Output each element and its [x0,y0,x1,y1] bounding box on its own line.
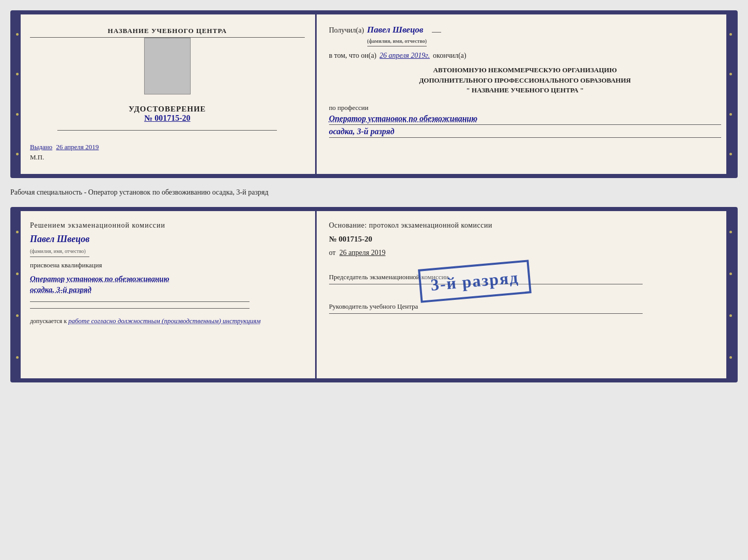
binding-hole [729,113,732,116]
binding-hole [729,231,732,233]
dash-line [432,32,441,33]
person-name-block: Павел Швецов (фамилия, имя, отчество) [30,234,305,257]
qualification-label: присвоена квалификация [30,261,305,269]
page-container: НАЗВАНИЕ УЧЕБНОГО ЦЕНТРА УДОСТОВЕРЕНИЕ №… [10,10,738,382]
vtom-date: 26 апреля 2019г. [380,52,430,60]
po-professii-label: по профессии [329,104,721,112]
signature-line-2 [30,308,250,309]
protocol-number: № 001715-20 [329,235,721,244]
specialty-value: осадка, 3-й разряд [329,127,721,138]
cert-number: № 001715-20 [129,114,206,123]
bottom-right-binding [726,211,735,378]
cert-number-prefix: № [144,114,152,122]
decision-title: Решением экзаменационной комиссии [30,221,305,230]
vtom-label: в том, что он(а) [329,52,377,60]
divider [57,130,277,131]
org-line2: ДОПОЛНИТЕЛЬНОГО ПРОФЕССИОНАЛЬНОГО ОБРАЗО… [329,75,721,86]
org-line1: АВТОНОМНУЮ НЕКОММЕРЧЕСКУЮ ОРГАНИЗАЦИЮ [329,65,721,75]
binding-hole [729,314,732,317]
binding-hole [729,153,732,155]
mp-label: М.П. [30,153,44,162]
received-label: Получил(а) [329,26,364,35]
top-org-name: НАЗВАНИЕ УЧЕБНОГО ЦЕНТРА [30,27,305,38]
stamp: 3-й разряд [418,260,532,302]
received-line: Получил(а) Павел Швецов (фамилия, имя, о… [329,25,721,46]
photo-placeholder [144,38,191,94]
rukovoditel-label: Руководитель учебного Центра [329,302,721,311]
person-name: Павел Швецов (фамилия, имя, отчество) [30,234,89,257]
qualification-value: Оператор установок по обезвоживанию осад… [30,274,305,295]
cert-number-value: 001715-20 [154,114,190,122]
rukovoditel-signature-line [329,313,643,314]
top-certificate: НАЗВАНИЕ УЧЕБНОГО ЦЕНТРА УДОСТОВЕРЕНИЕ №… [10,10,738,178]
binding-hole [16,231,19,233]
top-cert-left: НАЗВАНИЕ УЧЕБНОГО ЦЕНТРА УДОСТОВЕРЕНИЕ №… [14,14,317,174]
person-sub: (фамилия, имя, отчество) [30,248,86,254]
dopuskaetsya-value: работе согласно должностным (производств… [68,317,260,325]
issued-date: 26 апреля 2019 [56,143,99,151]
recipient-name: Павел Швецов (фамилия, имя, отчество) [367,25,427,46]
osnov-text: Основание: протокол экзаменационной коми… [329,221,721,230]
binding-hole [16,356,19,359]
issued-label: Выдано [30,143,52,151]
binding-hole [729,73,732,75]
binding-hole [729,356,732,359]
ot-date: от 26 апреля 2019 [329,249,721,257]
binding-hole [729,33,732,36]
bottom-certificate: Решением экзаменационной комиссии Павел … [10,207,738,382]
bottom-left-binding [13,211,21,378]
dopuskaetsya-line: допускается к работе согласно должностны… [30,317,305,325]
profession-value: Оператор установок по обезвоживанию [329,114,721,125]
okonchil-label: окончил(а) [433,52,466,60]
binding-hole [16,273,19,275]
binding-hole [16,314,19,317]
signature-line-1 [30,301,250,302]
org-full-name: АВТОНОМНУЮ НЕКОММЕРЧЕСКУЮ ОРГАНИЗАЦИЮ ДО… [329,65,721,95]
cert-title: УДОСТОВЕРЕНИЕ [129,105,206,114]
info-line: Рабочая специальность - Оператор установ… [10,187,738,198]
vtom-line: в том, что он(а) 26 апреля 2019г. окончи… [329,52,721,60]
dopuskaetsya-label: допускается к [30,317,67,325]
recipient-sub: (фамилия, имя, отчество) [367,38,427,44]
org-line3: " НАЗВАНИЕ УЧЕБНОГО ЦЕНТРА " [329,85,721,95]
issued-line: Выдано 26 апреля 2019 [30,143,99,151]
bottom-cert-left: Решением экзаменационной комиссии Павел … [14,211,317,378]
binding-hole [729,273,732,275]
top-cert-right: Получил(а) Павел Швецов (фамилия, имя, о… [317,14,734,174]
bottom-cert-right: 3-й разряд Основание: протокол экзаменац… [317,211,734,378]
right-binding [726,14,735,174]
